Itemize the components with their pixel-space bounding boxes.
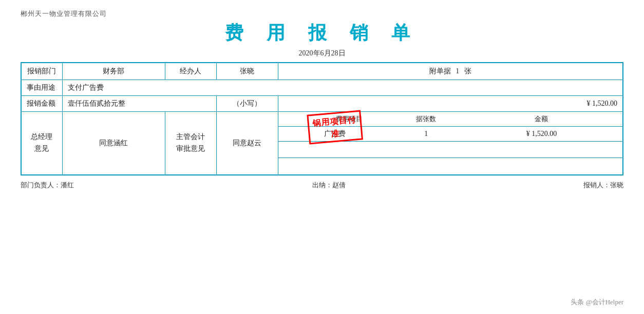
amount-header: 金额 <box>461 112 622 127</box>
amount-row: 报销金额 壹仟伍佰贰拾元整 （小写） ¥ 1,520.00 <box>21 96 623 112</box>
general-manager-value: 同意涵红 <box>62 112 165 175</box>
general-manager-label: 总经理 意见 <box>21 112 62 175</box>
handler-value: 张晓 <box>216 63 278 80</box>
chinese-amount: 壹仟伍佰贰拾元整 <box>62 96 216 112</box>
count-1: 1 <box>392 127 461 142</box>
amount-3 <box>461 158 622 174</box>
stamp-text: 锅用项目付 准 <box>307 110 363 145</box>
detail-data-row-2 <box>278 142 623 158</box>
attachment-count: 1 <box>456 67 459 75</box>
stamp-overlay: 锅用项目付 准 <box>308 112 362 142</box>
dept-label: 报销部门 <box>21 63 62 80</box>
expense-type-header-cell: 费用项目 锅用项目付 准 费用项目 <box>278 112 392 127</box>
attachment-label: 附单据 <box>429 67 451 75</box>
dept-head-footer: 部门负责人：潘红 <box>21 181 74 190</box>
amount-value: ¥ 1,520.00 <box>278 96 623 112</box>
chief-accountant-label: 主管会计 审批意见 <box>165 112 216 175</box>
company-name: 郴州天一物业管理有限公司 <box>21 9 623 18</box>
expense-type-2 <box>278 142 392 158</box>
reason-label: 事由用途 <box>21 80 62 96</box>
attachment-count-header: 据张数 <box>392 112 461 127</box>
attachment-unit: 张 <box>464 67 471 75</box>
applicant-footer: 报销人：张晓 <box>583 181 623 190</box>
cashier-footer: 出纳：赵倩 <box>312 181 346 190</box>
detail-header-row: 费用项目 锅用项目付 准 费用项目 据张数 金额 <box>278 112 623 127</box>
attachment-info: 附单据 1 张 <box>278 63 623 80</box>
amount-1: ¥ 1,520.00 <box>461 127 622 142</box>
small-write-label: （小写） <box>216 96 278 112</box>
reason-value: 支付广告费 <box>62 80 623 96</box>
watermark: 头条 @会计Helper <box>571 298 623 307</box>
expense-form: 郴州天一物业管理有限公司 费 用 报 销 单 2020年6月28日 报销部门 财… <box>0 0 644 314</box>
detail-data-row-3 <box>278 158 623 174</box>
amount-label: 报销金额 <box>21 96 62 112</box>
dept-value: 财务部 <box>62 63 165 80</box>
expense-type-3 <box>278 158 392 174</box>
count-3 <box>392 158 461 174</box>
count-2 <box>392 142 461 158</box>
document-title: 费 用 报 销 单 <box>21 21 623 46</box>
detail-sub-table: 费用项目 锅用项目付 准 费用项目 据张数 金额 <box>278 112 623 174</box>
dept-row: 报销部门 财务部 经办人 张晓 附单据 1 张 <box>21 63 623 80</box>
handler-label: 经办人 <box>165 63 216 80</box>
document-date: 2020年6月28日 <box>21 49 623 58</box>
detail-cell: 费用项目 锅用项目付 准 费用项目 据张数 金额 <box>278 112 623 175</box>
main-table: 报销部门 财务部 经办人 张晓 附单据 1 张 事由用途 支付广告费 报销金额 … <box>21 62 623 175</box>
amount-2 <box>461 142 622 158</box>
chief-accountant-value: 同意赵云 <box>216 112 278 175</box>
detail-approval-row: 总经理 意见 同意涵红 主管会计 审批意见 同意赵云 费用项目 <box>21 112 623 175</box>
footer: 部门负责人：潘红 出纳：赵倩 报销人：张晓 <box>21 181 623 190</box>
reason-row: 事由用途 支付广告费 <box>21 80 623 96</box>
